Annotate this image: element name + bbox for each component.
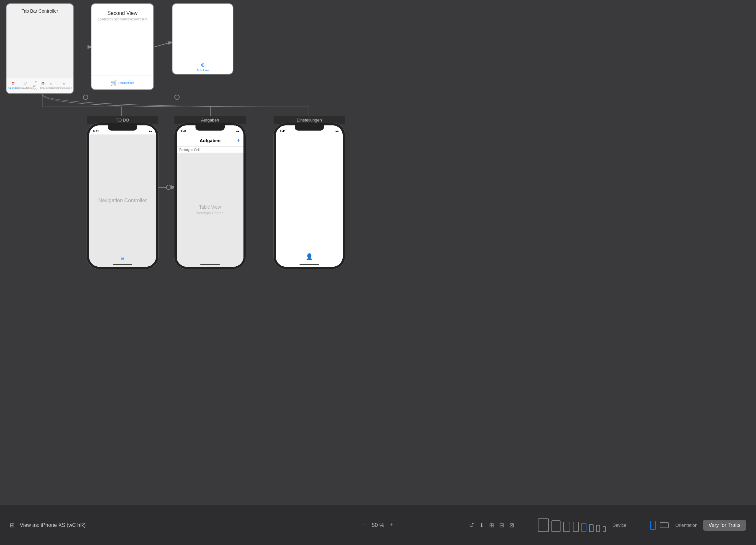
download-button[interactable]: ⬇ (479, 522, 484, 529)
einstellungen-frame: 9:41 ●● 👤 (274, 123, 345, 269)
svg-point-2 (83, 95, 88, 100)
bottom-toolbar: ⊞ View as: iPhone XS (wC hR) − 50 % + ↺ … (0, 505, 756, 545)
tab-item-settings[interactable]: ⚙ Einstellungen (56, 82, 72, 89)
ipad-small-icon (563, 522, 570, 532)
vary-traits-button[interactable]: Vary for Traits (703, 520, 746, 531)
zoom-value: 50 % (370, 522, 386, 528)
tab-item-chat[interactable]: 💬 Chat (40, 82, 46, 89)
iphone-xs-icon (596, 525, 600, 532)
ipad-large-icon (538, 518, 549, 532)
third-view-tabbar: € Schulden (172, 60, 233, 74)
tab-bar-bottom: 📅 Kalender 🛒 Einkaufsliste ☑ TO DO 💬 Cha… (6, 77, 73, 93)
device-iphone-tiny[interactable] (603, 526, 606, 532)
einstellungen-phone-notch (295, 125, 324, 131)
device-ipad-small[interactable] (563, 522, 570, 532)
orientation-label: Orientation (675, 523, 697, 528)
second-view-tabbar: 🛒 Einkaufsliste (91, 75, 153, 89)
einkauf-icon: 🛒 (22, 82, 28, 86)
einstellungen-phone-home (300, 264, 319, 265)
toolbar-center: − 50 % + (362, 522, 393, 528)
nav-phone-home (113, 264, 132, 265)
second-view-controller: Second View Loaded by SecondViewControll… (91, 3, 154, 90)
device-ipad-medium[interactable] (551, 520, 561, 532)
aufgaben-phone-home (200, 264, 220, 265)
iphone-large-icon (573, 522, 579, 532)
grid-button[interactable]: ⊞ (489, 522, 494, 529)
orientation-options (650, 521, 669, 530)
iphone-selected-icon (581, 523, 586, 532)
portrait-icon (650, 521, 656, 530)
third-view-controller: € Schulden (172, 3, 233, 75)
toolbar-right: ↺ ⬇ ⊞ ⊟ ⊠ (469, 515, 746, 535)
settings-person-icon: 👤 (306, 253, 313, 260)
nav-controller-frame: 9:41 ●● Navigation Controller ⊟ (87, 123, 158, 269)
orientation-label-container: Orientation (675, 523, 697, 528)
table-view: Table View Prototype Content (177, 153, 243, 267)
zoom-out-button[interactable]: − (362, 522, 366, 528)
device-label-container: Device (612, 523, 626, 528)
schulden-icon: € (48, 82, 54, 86)
orientation-landscape[interactable] (660, 522, 669, 528)
device-iphone-small[interactable] (589, 524, 594, 532)
landscape-icon (660, 522, 669, 528)
toolbar-left: ⊞ View as: iPhone XS (wC hR) (10, 522, 86, 529)
storyboard-canvas: Tab Bar Controller 📅 Kalender 🛒 Einkaufs… (0, 0, 756, 525)
toolbar-divider-2 (638, 515, 638, 535)
ipad-medium-icon (551, 520, 561, 532)
nav-tab-icon: ⊟ (121, 256, 124, 261)
device-iphone-large[interactable] (573, 522, 579, 532)
iphone-small-icon (589, 524, 594, 532)
orientation-portrait[interactable] (650, 521, 656, 530)
plus-button[interactable]: + (237, 137, 240, 144)
tab-bar-controller: Tab Bar Controller 📅 Kalender 🛒 Einkaufs… (6, 3, 74, 94)
nav-controller-text: Navigation Controller (98, 198, 147, 204)
tab-item-kalender[interactable]: 📅 Kalender (8, 82, 18, 89)
kalender-icon: 📅 (10, 82, 16, 86)
device-ipad-large[interactable] (538, 518, 549, 532)
prototype-cells-label: Prototype Cells (177, 147, 204, 153)
zoom-in-button[interactable]: + (390, 522, 394, 528)
tab-item-einkauf[interactable]: 🛒 Einkaufsliste (18, 82, 33, 89)
tab-bar-controller-title: Tab Bar Controller (6, 8, 73, 14)
layout-button[interactable]: ⊟ (499, 522, 504, 529)
device-iphone-selected[interactable] (581, 523, 586, 532)
device-options (538, 518, 606, 532)
second-view-subtitle: Loaded by SecondViewControllerr (91, 18, 153, 21)
nav-phone-notch (108, 125, 137, 131)
layout2-button[interactable]: ⊠ (509, 522, 514, 529)
svg-line-1 (154, 42, 172, 47)
svg-point-3 (175, 95, 179, 100)
iphone-tiny-icon (603, 526, 606, 532)
toolbar-divider-1 (526, 515, 526, 535)
aufgaben-frame: 9:41 ●● Aufgaben + Prototype Cells Table… (174, 123, 246, 269)
device-iphone-xs[interactable] (596, 525, 600, 532)
sidebar-toggle-button[interactable]: ⊞ (10, 522, 15, 529)
second-view-title: Second View (91, 10, 153, 16)
refresh-button[interactable]: ↺ (469, 522, 474, 529)
aufgaben-nav-bar: Aufgaben + (177, 135, 243, 147)
einstellungen-body (276, 135, 343, 267)
tab-item-schulden[interactable]: € Schulden (46, 82, 56, 89)
view-as-label: View as: iPhone XS (wC hR) (20, 522, 86, 528)
svg-point-5 (166, 185, 171, 190)
todo-icon: ☑ (33, 80, 39, 85)
tab-item-todo[interactable]: ☑ TO DO (33, 80, 40, 91)
aufgaben-phone-notch (195, 125, 225, 131)
settings-icon: ⚙ (61, 82, 67, 86)
chat-icon: 💬 (40, 82, 46, 86)
device-label: Device (612, 523, 626, 528)
